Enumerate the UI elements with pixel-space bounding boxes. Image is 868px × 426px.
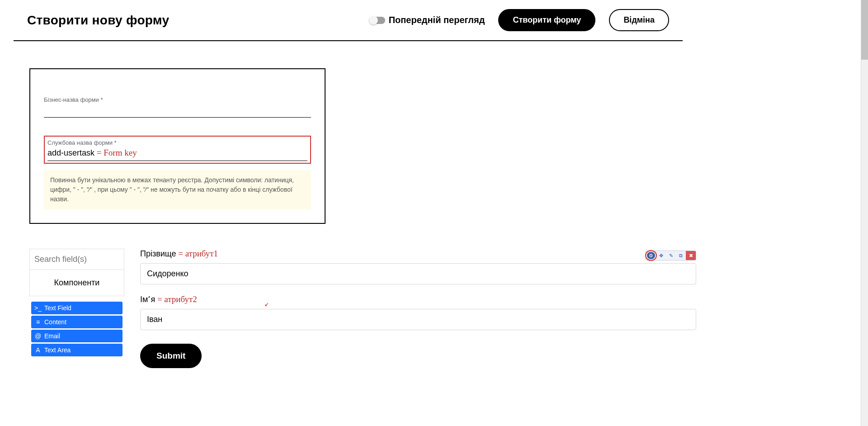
scrollbar[interactable] bbox=[861, 0, 868, 368]
component-text-field[interactable]: >_ Text Field bbox=[31, 302, 123, 314]
component-toolbar: ⚙ ✥ ✎ ⧉ ✖ bbox=[646, 251, 696, 260]
attr2-annotation: = атрибут2 bbox=[155, 294, 197, 304]
business-name-input[interactable] bbox=[44, 105, 311, 114]
move-button[interactable]: ✥ bbox=[656, 251, 666, 260]
form-metadata-panel: Бізнес-назва форми * Службова назва форм… bbox=[29, 68, 326, 224]
scrollbar-thumb[interactable] bbox=[861, 0, 868, 60]
service-name-helper: Повинна бути унікальною в межах тенанту … bbox=[44, 170, 311, 209]
component-label: Content bbox=[44, 318, 66, 326]
cancel-button[interactable]: Відміна bbox=[609, 9, 669, 31]
firstname-label: Імʼя bbox=[140, 295, 155, 304]
formkey-annotation: = Form key bbox=[94, 148, 137, 157]
component-content[interactable]: ≡ Content bbox=[31, 316, 123, 328]
component-sidebar: Компоненти >_ Text Field ≡ Content @ Ema… bbox=[29, 249, 124, 368]
edit-button[interactable]: ✎ bbox=[666, 251, 676, 260]
component-label: Text Field bbox=[44, 304, 71, 312]
preview-toggle[interactable] bbox=[369, 17, 385, 24]
textarea-icon: A bbox=[35, 346, 41, 354]
terminal-icon: >_ bbox=[35, 304, 41, 312]
page-title: Створити нову форму bbox=[27, 13, 169, 28]
create-button[interactable]: Створити форму bbox=[498, 9, 595, 31]
business-name-label: Бізнес-назва форми * bbox=[44, 96, 311, 103]
content-icon: ≡ bbox=[35, 318, 41, 326]
cursor-icon: ↙ bbox=[264, 301, 269, 308]
firstname-input[interactable] bbox=[140, 309, 696, 330]
preview-label: Попередній перегляд bbox=[389, 15, 485, 25]
lastname-label: Прізвище bbox=[140, 249, 176, 258]
service-name-highlight: Службова назва форми * add-usertask = Fo… bbox=[44, 136, 311, 164]
delete-button[interactable]: ✖ bbox=[686, 251, 696, 260]
attr1-annotation: = атрибут1 bbox=[176, 249, 218, 258]
submit-button[interactable]: Submit bbox=[140, 344, 202, 368]
at-icon: @ bbox=[35, 332, 41, 340]
lastname-input[interactable] bbox=[140, 263, 696, 284]
settings-button[interactable]: ⚙ bbox=[647, 252, 655, 259]
component-label: Email bbox=[44, 332, 60, 340]
service-name-label: Службова назва форми * bbox=[47, 139, 307, 146]
component-email[interactable]: @ Email bbox=[31, 330, 123, 342]
component-text-area[interactable]: A Text Area bbox=[31, 344, 123, 356]
component-label: Text Area bbox=[44, 346, 71, 354]
search-input[interactable] bbox=[34, 255, 119, 264]
copy-button[interactable]: ⧉ bbox=[676, 251, 686, 260]
service-name-value[interactable]: add-usertask bbox=[47, 148, 94, 157]
form-canvas: ⚙ ✥ ✎ ⧉ ✖ Прізвище = атрибут1 Імʼя = атр… bbox=[140, 249, 696, 368]
sidebar-panel-title[interactable]: Компоненти bbox=[29, 270, 124, 296]
